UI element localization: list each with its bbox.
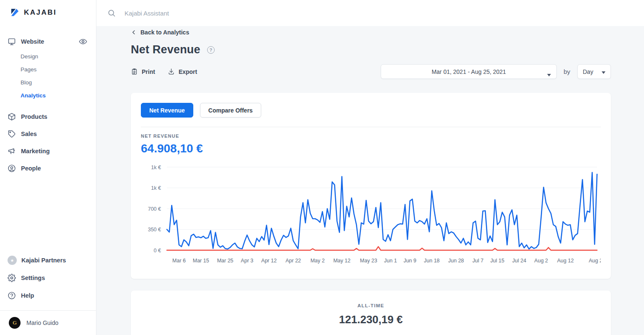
user-menu[interactable]: G Mario Guido	[0, 311, 96, 335]
date-range-select[interactable]: Mar 01, 2021 - Aug 25, 2021	[381, 64, 557, 79]
interval-value: Day	[583, 68, 593, 75]
back-link[interactable]: Back to Analytics	[131, 29, 189, 36]
print-button[interactable]: Print	[131, 68, 155, 75]
chart-x-tick-label: Mar 6	[172, 258, 186, 264]
star-badge-icon: ★	[8, 256, 17, 265]
chevron-down-icon	[602, 68, 605, 75]
alltime-label: ALL-TIME	[141, 303, 601, 308]
date-range-value: Mar 01, 2021 - Aug 25, 2021	[431, 68, 506, 75]
megaphone-icon	[8, 147, 16, 155]
chart-y-tick-label: 1k €	[151, 165, 161, 170]
gear-icon	[8, 274, 16, 282]
sidebar-item-help[interactable]: Help	[0, 287, 96, 304]
sidebar-item-label: Sales	[21, 131, 37, 137]
sidebar-item-marketing[interactable]: Marketing	[0, 142, 96, 160]
app-root: KAJABI Website Design Pages Blog Analyti…	[0, 0, 644, 335]
sidebar-item-kajabi-partners[interactable]: ★ Kajabi Partners	[0, 251, 96, 269]
cube-icon	[8, 113, 16, 121]
net-revenue-chart: 0 €350 €700 €1k €1k €Mar 6Mar 15Mar 25Ap…	[141, 161, 601, 267]
chart-x-tick-label: Apr 12	[261, 258, 277, 264]
download-icon	[168, 68, 175, 75]
chart-y-tick-label: 0 €	[154, 248, 161, 254]
chart-x-tick-label: Jun 18	[424, 258, 440, 264]
sidebar-item-label: Kajabi Partners	[21, 257, 66, 264]
sidebar-item-pages[interactable]: Pages	[0, 63, 96, 76]
sidebar-item-sales[interactable]: Sales	[0, 125, 96, 142]
title-row: Net Revenue ?	[131, 43, 611, 56]
chart-x-tick-label: May 23	[360, 258, 377, 264]
chevron-down-icon	[547, 71, 551, 78]
chart-x-tick-label: Jul 15	[491, 258, 504, 264]
chart-x-tick-label: Mar 15	[193, 258, 209, 264]
sidebar-item-label: Marketing	[21, 148, 50, 154]
chart-x-tick-label: Aug 12	[557, 258, 574, 264]
actions-row: Print Export Mar 01, 2021 - Aug 25, 2021…	[131, 64, 611, 79]
kajabi-logo-text: KAJABI	[24, 8, 57, 17]
alltime-card: ALL-TIME 121.230,19 €	[131, 291, 611, 335]
topbar	[96, 0, 644, 26]
print-label: Print	[142, 68, 155, 75]
sidebar-item-blog[interactable]: Blog	[0, 76, 96, 89]
export-label: Export	[179, 68, 197, 75]
chart-x-tick-label: Jul 24	[512, 258, 526, 264]
page-content: Back to Analytics Net Revenue ? Print	[96, 26, 644, 335]
monitor-icon	[8, 37, 16, 46]
sidebar-item-label: Website	[21, 38, 44, 45]
main-area: Back to Analytics Net Revenue ? Print	[96, 0, 644, 335]
sidebar-item-label: Settings	[21, 275, 45, 281]
chart-x-tick-label: Aug 25	[589, 258, 601, 264]
sidebar-footer: ★ Kajabi Partners Settings Help G Mario …	[0, 251, 96, 335]
chart-area: 0 €350 €700 €1k €1k €Mar 6Mar 15Mar 25Ap…	[141, 161, 601, 269]
by-label: by	[564, 68, 570, 75]
chart-x-tick-label: Apr 22	[286, 258, 301, 264]
kajabi-logo[interactable]: KAJABI	[0, 0, 96, 24]
back-link-label: Back to Analytics	[140, 29, 189, 36]
sidebar-item-products[interactable]: Products	[0, 108, 96, 125]
metric-label: NET REVENUE	[141, 133, 601, 139]
user-avatar: G	[9, 317, 21, 329]
sidebar-item-website[interactable]: Website	[0, 34, 96, 49]
chart-x-tick-label: Jun 9	[403, 258, 416, 264]
metric-value: 64.908,10 €	[141, 142, 601, 155]
chart-y-tick-label: 350 €	[148, 227, 161, 233]
sidebar-item-people[interactable]: People	[0, 160, 96, 177]
net-revenue-card: Net Revenue Compare Offers NET REVENUE 6…	[131, 93, 611, 279]
chart-x-tick-label: Jul 7	[473, 258, 483, 264]
sidebar-item-analytics[interactable]: Analytics	[0, 89, 96, 102]
chart-y-tick-label: 700 €	[148, 206, 161, 212]
tab-compare-offers[interactable]: Compare Offers	[200, 103, 261, 118]
tag-icon	[8, 130, 16, 138]
sidebar-item-label: People	[21, 165, 41, 172]
tab-net-revenue[interactable]: Net Revenue	[141, 103, 193, 118]
search-input[interactable]	[125, 10, 634, 17]
user-name: Mario Guido	[26, 319, 58, 326]
search-icon	[107, 9, 116, 17]
sidebar-item-label: Products	[21, 113, 47, 120]
help-circle-icon	[8, 291, 16, 300]
chart-tabs: Net Revenue Compare Offers	[141, 103, 601, 118]
sidebar-spacer	[0, 177, 96, 251]
sidebar-item-label: Help	[21, 292, 34, 299]
chevron-left-icon	[131, 29, 137, 35]
kajabi-logo-icon	[10, 8, 20, 17]
page-title: Net Revenue	[131, 43, 200, 56]
eye-icon[interactable]	[79, 37, 87, 46]
help-icon[interactable]: ?	[207, 46, 215, 54]
net-revenue-line	[167, 173, 597, 249]
chart-x-tick-label: Apr 3	[241, 258, 253, 264]
print-icon	[131, 68, 138, 75]
sidebar-item-design[interactable]: Design	[0, 50, 96, 63]
sidebar-item-settings[interactable]: Settings	[0, 269, 96, 287]
chart-y-tick-label: 1k €	[151, 185, 161, 191]
interval-select[interactable]: Day	[577, 64, 611, 79]
website-subnav: Design Pages Blog Analytics	[0, 49, 96, 105]
chart-x-tick-label: Jun 1	[384, 258, 397, 264]
sidebar: KAJABI Website Design Pages Blog Analyti…	[0, 0, 96, 335]
chart-x-tick-label: May 12	[333, 258, 351, 264]
chart-x-tick-label: Jun 28	[448, 258, 464, 264]
sidebar-main-nav: Products Sales Marketing	[0, 108, 96, 177]
card-divider	[141, 127, 601, 127]
chart-x-tick-label: May 2	[310, 258, 325, 264]
export-button[interactable]: Export	[168, 68, 197, 75]
user-circle-icon	[8, 164, 16, 173]
